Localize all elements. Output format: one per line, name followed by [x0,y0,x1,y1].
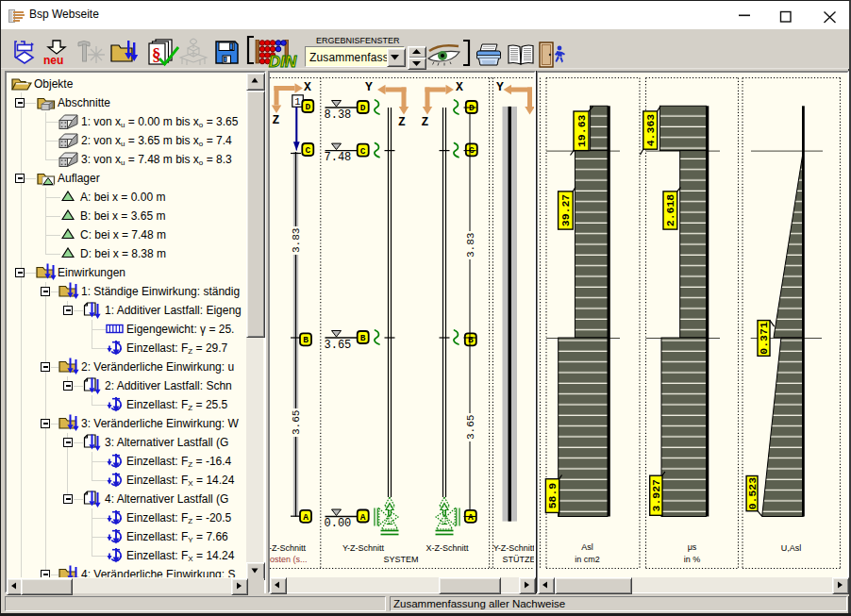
svg-text:B: B [303,335,309,345]
svg-text:A: A [303,512,309,523]
svg-text:μs: μs [688,542,697,552]
svg-text:X: X [304,80,311,94]
svg-text:3.65: 3.65 [325,339,352,352]
svg-text:in cm2: in cm2 [575,555,600,564]
svg-text:U,Asl: U,Asl [781,543,802,553]
svg-text:C: C [360,146,366,157]
svg-text:Z: Z [273,113,280,127]
svg-text:Kosten (s...: Kosten (s... [270,555,308,564]
svg-text:D: D [469,103,475,113]
svg-text:DIN: DIN [269,53,297,68]
svg-text:D: D [305,102,310,112]
svg-text:X-Z-Schnitt: X-Z-Schnitt [426,543,469,553]
svg-text:39.27: 39.27 [559,194,572,227]
svg-text:in %: in % [684,555,701,564]
svg-text:3.83: 3.83 [291,228,302,253]
svg-text:0.371: 0.371 [758,322,770,355]
svg-text:C: C [305,145,310,156]
svg-text:A: A [360,512,366,523]
svg-text:1: 1 [294,96,300,108]
svg-text:3.65: 3.65 [465,415,476,440]
svg-text:SYSTEM: SYSTEM [383,555,418,564]
svg-text:B: B [360,333,366,343]
svg-text:Asl: Asl [581,542,593,552]
svg-text:X: X [456,80,463,94]
svg-text:19.63: 19.63 [576,114,588,147]
svg-text:A: A [468,512,474,523]
svg-text:Z: Z [398,115,406,129]
svg-text:X-Z-Schnitt: X-Z-Schnitt [270,543,307,553]
svg-text:D: D [360,103,366,113]
svg-text:3.927: 3.927 [650,479,662,512]
svg-text:7.48: 7.48 [325,151,352,164]
svg-text:Y: Y [496,80,504,94]
svg-text:2.618: 2.618 [664,194,676,227]
svg-text:8.38: 8.38 [325,108,352,122]
svg-text:§: § [152,44,161,64]
svg-text:STÜTZEN: STÜTZEN [503,555,534,564]
svg-text:Z: Z [422,115,429,129]
svg-text:B: B [468,335,474,345]
svg-text:4.363: 4.363 [644,114,657,147]
svg-text:0.523: 0.523 [746,477,759,510]
svg-text:3.83: 3.83 [465,233,476,258]
svg-text:Y-Z-Schnitt: Y-Z-Schnitt [493,543,534,553]
svg-text:0.00: 0.00 [325,517,352,530]
svg-text:Y: Y [365,80,373,94]
svg-text:Y-Z-Schnitt: Y-Z-Schnitt [342,543,385,553]
svg-text:3.65: 3.65 [291,410,302,435]
svg-text:58.9: 58.9 [546,483,559,509]
